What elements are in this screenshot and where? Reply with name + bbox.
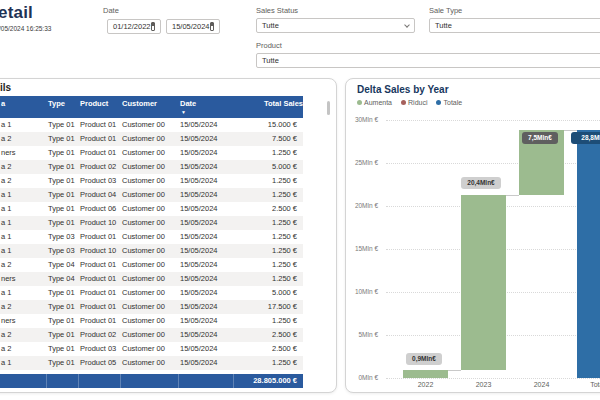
waterfall-bar-2023[interactable] xyxy=(461,195,506,370)
y-axis-label: 15Mln € xyxy=(338,245,378,252)
gridline xyxy=(386,120,600,121)
gridline xyxy=(386,163,600,164)
y-axis-label: 30Mln € xyxy=(338,116,378,123)
x-axis-label-2023: 2023 xyxy=(462,381,506,388)
waterfall-bar-2022[interactable] xyxy=(403,370,448,378)
chart-plot-area: 0Mln €5Mln €10Mln €15Mln €20Mln €25Mln €… xyxy=(0,0,600,400)
waterfall-bar-Totale[interactable] xyxy=(577,130,600,378)
bar-connector xyxy=(448,370,461,371)
y-axis-label: 0Mln € xyxy=(338,374,378,381)
x-axis-label-2022: 2022 xyxy=(404,381,448,388)
y-axis-label: 25Mln € xyxy=(338,159,378,166)
bar-label-pill: 20,4Mln€ xyxy=(461,177,501,189)
gridline xyxy=(386,378,600,379)
y-axis-label: 20Mln € xyxy=(338,202,378,209)
bar-connector xyxy=(506,195,519,196)
bar-label-pill: 0,9Mln€ xyxy=(406,353,442,365)
y-axis-label: 5Mln € xyxy=(338,331,378,338)
y-axis-label: 10Mln € xyxy=(338,288,378,295)
x-axis-label-Totale: Totale xyxy=(578,381,600,388)
bar-label-pill: 7,5Mln€ xyxy=(522,132,558,144)
dashboard-screen: etail /05/2024 16:25:33 Date 01/12/2022 … xyxy=(0,0,600,400)
x-axis-label-2024: 2024 xyxy=(520,381,564,388)
bar-label-pill: 28,8Mln€ xyxy=(571,132,600,144)
